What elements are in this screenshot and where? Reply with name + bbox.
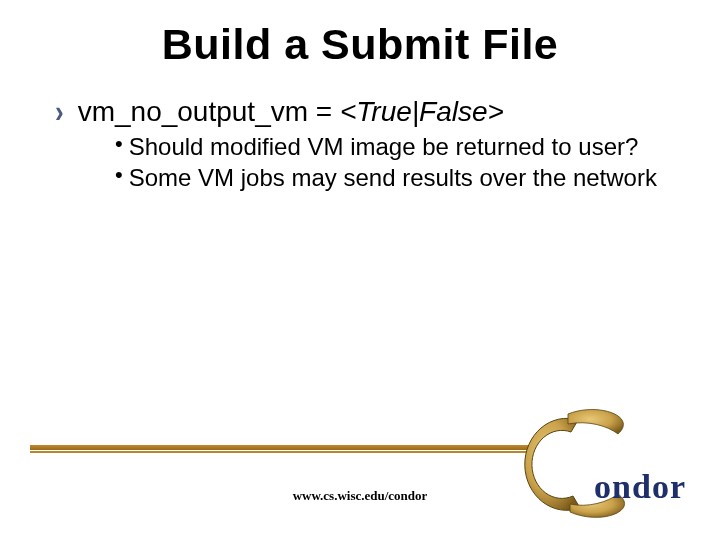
bullet-dot-icon: • xyxy=(115,131,123,157)
chevron-right-icon: › xyxy=(55,92,64,131)
bullet-dot-icon: • xyxy=(115,162,123,188)
slide: Build a Submit File › vm_no_output_vm = … xyxy=(0,20,720,540)
slide-body: › vm_no_output_vm = <True|False> • Shoul… xyxy=(55,94,680,193)
param-value: <True|False> xyxy=(340,96,504,127)
sub-bullet-list: • Should modified VM image be returned t… xyxy=(115,133,680,193)
bullet-text: vm_no_output_vm = <True|False> xyxy=(78,94,504,129)
logo-text: ondor xyxy=(594,468,686,506)
bullet-level-2: • Some VM jobs may send results over the… xyxy=(115,164,680,193)
condor-logo: ondor xyxy=(518,408,688,518)
slide-title: Build a Submit File xyxy=(0,20,720,69)
divider-bar-thin xyxy=(30,451,530,453)
bullet-level-1: › vm_no_output_vm = <True|False> xyxy=(55,94,680,129)
sub-bullet-text: Should modified VM image be returned to … xyxy=(129,133,639,162)
param-name: vm_no_output_vm = xyxy=(78,96,340,127)
sub-bullet-text: Some VM jobs may send results over the n… xyxy=(129,164,657,193)
divider-bar xyxy=(30,445,530,450)
bullet-level-2: • Should modified VM image be returned t… xyxy=(115,133,680,162)
divider xyxy=(30,445,530,455)
